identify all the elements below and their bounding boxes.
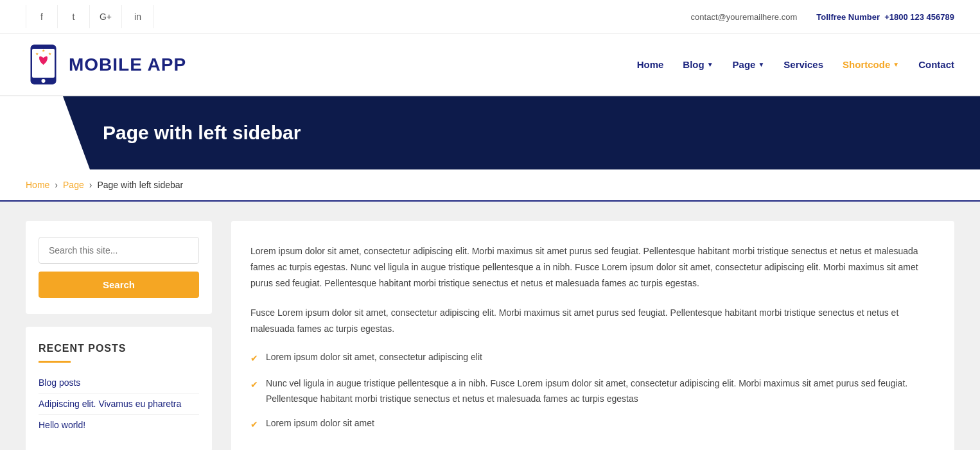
social-icons: f t G+ in — [26, 5, 154, 28]
contact-email: contact@youremailhere.com — [691, 12, 798, 22]
check-icon-0: ✔ — [250, 351, 258, 367]
facebook-icon[interactable]: f — [26, 5, 58, 28]
recent-posts-widget: RECENT POSTS Blog posts Adipiscing elit.… — [26, 327, 212, 450]
hero-title: Page with left sidebar — [103, 122, 954, 144]
checklist: ✔ Lorem ipsum dolor sit amet, consectetu… — [250, 350, 935, 433]
main-content: Search RECENT POSTS Blog posts Adipiscin… — [0, 202, 980, 450]
recent-posts-underline — [39, 361, 71, 363]
checklist-item-0: ✔ Lorem ipsum dolor sit amet, consectetu… — [250, 350, 935, 367]
hero-banner: Page with left sidebar — [0, 96, 980, 169]
logo-text: MOBILE APP — [69, 55, 186, 75]
shortcode-chevron: ▼ — [893, 61, 899, 68]
blog-chevron: ▼ — [707, 61, 713, 68]
top-bar: f t G+ in contact@youremailhere.com Toll… — [0, 0, 980, 34]
page-chevron: ▼ — [758, 61, 764, 68]
main-nav: Home Blog ▼ Page ▼ Services Shortcode ▼ … — [637, 59, 954, 70]
logo: ★ ★ ★ MOBILE APP — [26, 44, 186, 85]
twitter-icon[interactable]: t — [58, 5, 90, 28]
sidebar: Search RECENT POSTS Blog posts Adipiscin… — [26, 221, 212, 450]
svg-text:★: ★ — [48, 52, 51, 56]
svg-text:★: ★ — [35, 52, 39, 56]
nav-shortcode[interactable]: Shortcode ▼ — [843, 59, 899, 70]
checklist-item-2: ✔ Lorem ipsum dolor sit amet — [250, 416, 935, 433]
recent-post-1[interactable]: Adipiscing elit. Vivamus eu pharetra — [39, 394, 199, 415]
nav-services[interactable]: Services — [783, 59, 823, 70]
breadcrumb: Home › Page › Page with left sidebar — [0, 169, 980, 202]
breadcrumb-home[interactable]: Home — [26, 180, 49, 190]
svg-text:★: ★ — [42, 49, 45, 53]
linkedin-icon[interactable]: in — [122, 5, 154, 28]
search-widget: Search — [26, 221, 212, 314]
article-para-2: Fusce Lorem ipsum dolor sit amet, consec… — [250, 305, 935, 337]
nav-blog[interactable]: Blog ▼ — [683, 59, 713, 70]
top-right-info: contact@youremailhere.com Tollfree Numbe… — [691, 12, 954, 22]
search-button[interactable]: Search — [39, 272, 199, 298]
svg-point-2 — [42, 79, 46, 83]
header: ★ ★ ★ MOBILE APP Home Blog ▼ Page ▼ Serv… — [0, 34, 980, 96]
breadcrumb-sep-2: › — [89, 180, 92, 190]
recent-posts-title: RECENT POSTS — [39, 343, 199, 354]
tollfree: Tollfree Number +1800 123 456789 — [816, 12, 954, 22]
google-plus-icon[interactable]: G+ — [90, 5, 122, 28]
check-icon-2: ✔ — [250, 417, 258, 433]
nav-page[interactable]: Page ▼ — [733, 59, 765, 70]
article-para-1: Lorem ipsum dolor sit amet, consectetur … — [250, 243, 935, 292]
check-icon-1: ✔ — [250, 377, 258, 393]
recent-post-0[interactable]: Blog posts — [39, 372, 199, 394]
article: Lorem ipsum dolor sit amet, consectetur … — [231, 221, 954, 450]
logo-icon: ★ ★ ★ — [26, 44, 61, 85]
breadcrumb-page[interactable]: Page — [63, 180, 84, 190]
checklist-item-1: ✔ Nunc vel ligula in augue tristique pel… — [250, 376, 935, 407]
nav-contact[interactable]: Contact — [918, 59, 954, 70]
nav-home[interactable]: Home — [637, 59, 664, 70]
search-input[interactable] — [39, 237, 199, 264]
recent-post-2[interactable]: Hello world! — [39, 415, 199, 435]
breadcrumb-sep-1: › — [55, 180, 58, 190]
breadcrumb-current: Page with left sidebar — [97, 180, 183, 190]
